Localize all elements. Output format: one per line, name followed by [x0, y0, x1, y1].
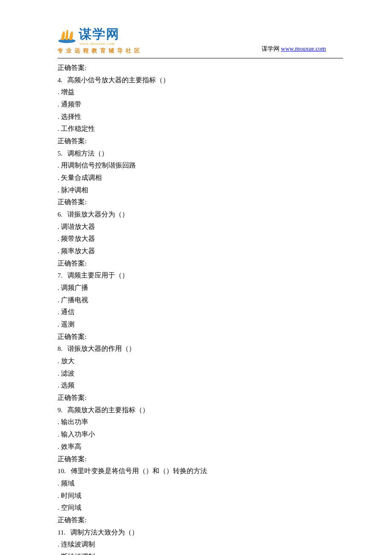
- text-line: . 用调制信号控制谐振回路: [58, 159, 343, 172]
- header-right: 谋学网 www.mouxue.com: [262, 45, 326, 55]
- document-page: 谋学网 www.mouxue.com 专业远程教育辅导社区 谋学网 www.mo…: [0, 0, 392, 555]
- logo-text: 谋学网: [79, 26, 120, 43]
- logo-subtitle: 专业远程教育辅导社区: [58, 47, 143, 55]
- text-line: 11. 调制方法大致分为（）: [58, 526, 343, 539]
- text-line: . 断续波调制: [58, 551, 343, 555]
- text-line: . 效率高: [58, 441, 343, 453]
- text-line: . 频率放大器: [58, 245, 343, 257]
- text-line: . 时间域: [58, 490, 343, 502]
- text-line: . 矢量合成调相: [58, 172, 343, 184]
- text-line: . 输入功率小: [58, 428, 343, 441]
- logo-url-small: www.mouxue.com: [80, 41, 120, 46]
- text-line: 正确答案:: [58, 514, 343, 526]
- text-line: . 选频: [58, 379, 343, 392]
- header-link[interactable]: www.mouxue.com: [281, 46, 326, 52]
- text-line: . 空间域: [58, 502, 343, 514]
- text-line: . 选择性: [58, 111, 343, 123]
- text-line: . 增益: [58, 86, 343, 98]
- text-line: 9. 高频放大器的主要指标（）: [58, 404, 343, 416]
- text-line: . 工作稳定性: [58, 123, 343, 135]
- text-line: 正确答案:: [58, 392, 343, 404]
- text-line: . 连续波调制: [58, 538, 343, 551]
- text-line: . 放大: [58, 355, 343, 367]
- text-line: 正确答案:: [58, 453, 343, 465]
- document-body: 正确答案:4. 高频小信号放大器的主要指标（）. 增益. 通频带. 选择性. 工…: [58, 62, 343, 555]
- text-line: 10. 傅里叶变换是将信号用（）和（）转换的方法: [58, 465, 343, 477]
- text-line: . 输出功率: [58, 416, 343, 428]
- text-line: 正确答案:: [58, 62, 343, 74]
- text-line: . 调频广播: [58, 282, 343, 294]
- text-line: 正确答案:: [58, 331, 343, 343]
- text-line: . 频域: [58, 477, 343, 490]
- text-line: 正确答案:: [58, 257, 343, 270]
- text-line: . 通频带: [58, 98, 343, 111]
- header-divider: [58, 58, 343, 58]
- text-line: . 广播电视: [58, 294, 343, 306]
- text-line: 8. 谐振放大器的作用（）: [58, 343, 343, 355]
- text-line: 4. 高频小信号放大器的主要指标（）: [58, 74, 343, 87]
- text-line: . 脉冲调相: [58, 184, 343, 197]
- text-line: . 滤波: [58, 367, 343, 380]
- logo-row: 谋学网 www.mouxue.com: [58, 26, 143, 46]
- header-right-prefix: 谋学网: [262, 46, 280, 52]
- text-line: 7. 调频主要应用于（）: [58, 269, 343, 282]
- logo-block: 谋学网 www.mouxue.com 专业远程教育辅导社区: [58, 26, 143, 55]
- page-header: 谋学网 www.mouxue.com 专业远程教育辅导社区 谋学网 www.mo…: [58, 26, 343, 55]
- text-line: 5. 调相方法（）: [58, 147, 343, 160]
- text-line: 正确答案:: [58, 135, 343, 147]
- text-line: . 通信: [58, 306, 343, 318]
- text-line: 6. 谐振放大器分为（）: [58, 208, 343, 221]
- text-line: 正确答案:: [58, 196, 343, 208]
- logo-text-wrap: 谋学网 www.mouxue.com: [79, 26, 120, 46]
- logo-icon: [58, 28, 76, 43]
- text-line: . 遥测: [58, 318, 343, 331]
- text-line: . 频带放大器: [58, 233, 343, 245]
- text-line: . 调谐放大器: [58, 221, 343, 233]
